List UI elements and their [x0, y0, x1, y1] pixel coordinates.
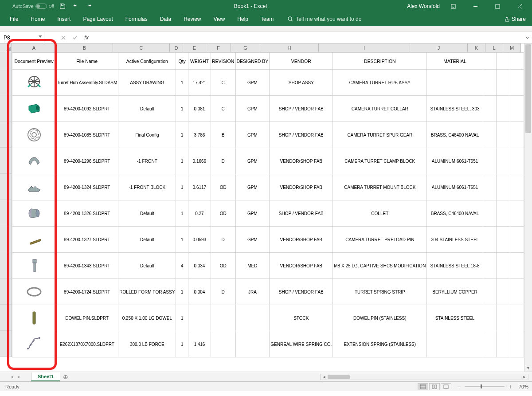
- cell[interactable]: 89-4200-1324.SLDPRT: [56, 174, 118, 200]
- horizontal-scrollbar[interactable]: ◄►: [320, 374, 528, 380]
- cell[interactable]: [211, 305, 235, 331]
- cell[interactable]: 304 STAINLESS STEEL: [427, 227, 483, 253]
- cell[interactable]: TURRET SPRING STRIP: [333, 279, 427, 305]
- cell[interactable]: 1: [176, 96, 188, 122]
- minimize-button[interactable]: [466, 0, 484, 12]
- cell[interactable]: [510, 174, 524, 200]
- cell[interactable]: DOWEL PIN (STAINLESS): [333, 305, 427, 331]
- cell[interactable]: 300.0 LB FORCE: [118, 331, 176, 357]
- document-preview-thumb[interactable]: [12, 227, 56, 253]
- cell[interactable]: SHOP ASSY: [270, 70, 333, 96]
- cell[interactable]: [497, 279, 510, 305]
- cell[interactable]: STOCK: [270, 305, 333, 331]
- cell[interactable]: Document Preview: [12, 53, 56, 70]
- cell[interactable]: BRASS, C46400 NAVAL: [427, 122, 483, 148]
- cell[interactable]: [510, 331, 524, 357]
- cell[interactable]: ALUMINUM 6061-T651: [427, 148, 483, 174]
- cell[interactable]: 89-4200-1085.SLDPRT: [56, 122, 118, 148]
- cell[interactable]: C: [211, 70, 235, 96]
- cell[interactable]: 1.416: [188, 331, 211, 357]
- row-header[interactable]: [0, 305, 12, 331]
- select-all-button[interactable]: [0, 43, 12, 52]
- tab-data[interactable]: Data: [154, 13, 177, 25]
- cell[interactable]: [510, 148, 524, 174]
- document-preview-thumb[interactable]: [12, 148, 56, 174]
- tab-home[interactable]: Home: [24, 13, 51, 25]
- cell[interactable]: [483, 174, 497, 200]
- cell[interactable]: [497, 53, 510, 70]
- redo-button[interactable]: [84, 1, 94, 11]
- cell[interactable]: CAMERA TURRET PRELOAD PIN: [333, 227, 427, 253]
- cell[interactable]: 0.0593: [188, 227, 211, 253]
- tell-me-search[interactable]: Tell me what you want to do: [280, 16, 361, 22]
- cell[interactable]: [497, 122, 510, 148]
- cell[interactable]: [497, 70, 510, 96]
- row-header[interactable]: [0, 122, 12, 148]
- cell[interactable]: 4: [176, 253, 188, 279]
- cell[interactable]: BERYLLIUM COPPER: [427, 279, 483, 305]
- column-header[interactable]: J: [410, 43, 468, 52]
- cell[interactable]: OD: [211, 200, 235, 227]
- tab-help[interactable]: Help: [231, 13, 254, 25]
- expand-formula-bar-button[interactable]: [523, 35, 532, 40]
- cell[interactable]: GPM: [235, 227, 270, 253]
- cell[interactable]: SHOP / VENDOR FAB: [270, 200, 333, 227]
- view-page-break-button[interactable]: [441, 383, 451, 390]
- sheet-nav-buttons[interactable]: ◄►: [0, 374, 31, 379]
- cell[interactable]: [510, 200, 524, 227]
- row-header[interactable]: [0, 252, 12, 278]
- cell[interactable]: 1: [176, 331, 188, 357]
- row-header[interactable]: [0, 331, 12, 357]
- cell[interactable]: [483, 122, 497, 148]
- cell[interactable]: BRASS, C46400 NAVAL: [427, 200, 483, 227]
- cell[interactable]: [497, 200, 510, 227]
- cell[interactable]: 89-4200-1092.SLDPRT: [56, 96, 118, 122]
- cell[interactable]: 89-4200-1326.SLDPRT: [56, 200, 118, 227]
- cell[interactable]: STAINLESS STEEL, 303: [427, 96, 483, 122]
- cell[interactable]: ROLLED FORM FOR ASSY: [118, 279, 176, 305]
- cell[interactable]: 89-4200-1327.SLDPRT: [56, 227, 118, 253]
- row-header[interactable]: [0, 278, 12, 305]
- cell[interactable]: SHOP / VENDOR FAB: [270, 96, 333, 122]
- add-sheet-button[interactable]: ⊕: [60, 373, 71, 380]
- cell[interactable]: 1: [176, 122, 188, 148]
- cell[interactable]: MED: [235, 253, 270, 279]
- column-header[interactable]: H: [260, 43, 319, 52]
- account-name[interactable]: Alex Worsfold: [407, 3, 440, 9]
- save-button[interactable]: [58, 1, 67, 11]
- cell[interactable]: D: [211, 227, 235, 253]
- column-header[interactable]: I: [319, 43, 410, 52]
- column-header[interactable]: B: [56, 43, 113, 52]
- cell[interactable]: [510, 253, 524, 279]
- cell[interactable]: STAINLESS STEEL 18-8: [427, 253, 483, 279]
- row-header[interactable]: [0, 69, 12, 95]
- cell[interactable]: 0.27: [188, 200, 211, 227]
- cell[interactable]: 0.6117: [188, 174, 211, 200]
- column-header[interactable]: F: [206, 43, 231, 52]
- cell[interactable]: Default: [118, 200, 176, 227]
- cell[interactable]: 89-4200-1343.SLDPRT: [56, 253, 118, 279]
- tab-formulas[interactable]: Formulas: [119, 13, 154, 25]
- cell[interactable]: [497, 227, 510, 253]
- cell[interactable]: D: [211, 279, 235, 305]
- cell[interactable]: VENDOR/SHOP FAB: [270, 227, 333, 253]
- autosave-toggle[interactable]: AutoSave Off: [12, 4, 54, 9]
- cell[interactable]: Default: [118, 253, 176, 279]
- cell[interactable]: Default: [118, 227, 176, 253]
- cell[interactable]: [497, 253, 510, 279]
- cell[interactable]: [497, 148, 510, 174]
- document-preview-thumb[interactable]: [12, 70, 56, 96]
- cell[interactable]: E262X1370X7000.SLDPRT: [56, 331, 118, 357]
- cell[interactable]: [483, 53, 497, 70]
- row-header[interactable]: [0, 200, 12, 226]
- document-preview-thumb[interactable]: [12, 174, 56, 200]
- cell[interactable]: CAMERA TURRET MOUNT BLOCK: [333, 174, 427, 200]
- cell[interactable]: [510, 279, 524, 305]
- cell[interactable]: Turret Hub Assembly.SLDASM: [56, 70, 118, 96]
- cell[interactable]: M8 X 25 LG. CAPTIVE SHCS MODIFICATION: [333, 253, 427, 279]
- cell[interactable]: OD: [211, 174, 235, 200]
- document-preview-thumb[interactable]: [12, 122, 56, 148]
- cell[interactable]: [483, 200, 497, 227]
- sheet-tab-sheet1[interactable]: Sheet1: [31, 372, 60, 381]
- zoom-control[interactable]: − + 70%: [456, 384, 528, 389]
